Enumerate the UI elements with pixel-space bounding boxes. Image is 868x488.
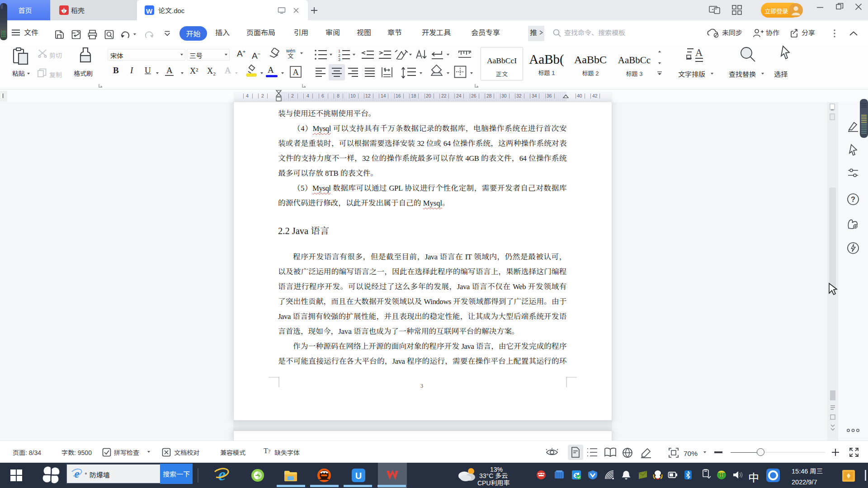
svg-text:U: U — [355, 471, 362, 481]
svg-text:3: 3 — [338, 56, 340, 61]
svg-text:A: A — [695, 47, 703, 58]
svg-text:A: A — [292, 67, 299, 77]
svg-text:?: ? — [851, 196, 855, 203]
